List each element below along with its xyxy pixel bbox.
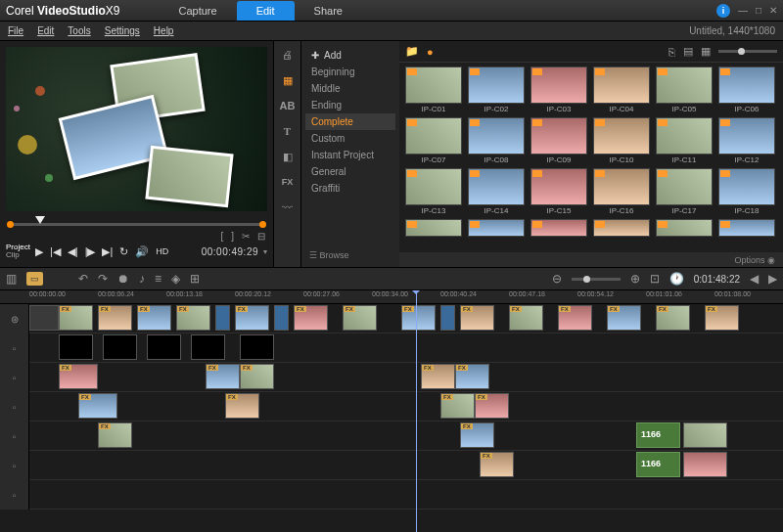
track-head-video[interactable]: ⊛ [0, 304, 29, 333]
menu-help[interactable]: Help [154, 25, 174, 36]
library-thumb[interactable]: IP-C05 [656, 66, 713, 113]
next-frame-button[interactable]: ▶| [100, 244, 115, 259]
library-thumb[interactable]: IP-C15 [530, 168, 587, 215]
timeline-clip[interactable]: FX [206, 364, 240, 389]
timeline-clip[interactable]: FX [78, 393, 117, 419]
menu-tools[interactable]: Tools [68, 25, 90, 36]
timeline-clip[interactable]: FX [294, 305, 328, 331]
timeline-clip[interactable] [29, 305, 59, 331]
library-thumb[interactable]: IP-C09 [530, 117, 587, 164]
forward-button[interactable]: |▶ [83, 244, 98, 259]
overlay-track-2[interactable]: FXFXFXFXFX [29, 363, 783, 392]
timeline-clip[interactable]: FX [656, 305, 690, 331]
hd-button[interactable]: HD [154, 245, 170, 257]
preview-scrubber[interactable] [6, 217, 267, 231]
loop-button[interactable]: ↻ [117, 244, 130, 259]
library-thumb[interactable]: IP-C01 [405, 66, 462, 113]
timeline-clip[interactable]: FX [235, 305, 269, 331]
timeline-clip[interactable]: FX [240, 364, 274, 389]
cat-complete[interactable]: Complete [305, 113, 395, 130]
library-thumb[interactable] [405, 219, 462, 237]
rewind-button[interactable]: ◀| [66, 244, 80, 259]
timeline-clip[interactable]: FX [480, 452, 514, 477]
library-thumb[interactable]: IP-C10 [593, 117, 650, 164]
timeline-clip[interactable] [274, 305, 289, 331]
record-icon[interactable]: ⏺ [117, 272, 129, 286]
path-icon[interactable]: 〰 [279, 200, 297, 215]
track-head-overlay2[interactable]: ▫ [0, 363, 29, 392]
audio-mixer-icon[interactable]: ♪ [139, 272, 145, 286]
playhead[interactable] [416, 290, 417, 532]
cat-instant-project[interactable]: Instant Project [305, 147, 395, 163]
track-head-overlay3[interactable]: ▫ [0, 392, 29, 421]
timeline-clip[interactable]: FX [705, 305, 739, 331]
view-grid-icon[interactable]: ▦ [701, 45, 711, 58]
library-thumb[interactable]: IP-C11 [656, 117, 713, 164]
library-thumb[interactable]: IP-C16 [593, 168, 650, 215]
info-icon[interactable]: i [716, 4, 730, 18]
library-thumb[interactable] [468, 219, 525, 237]
timeline-clip[interactable] [683, 422, 727, 448]
library-thumb[interactable] [530, 219, 587, 237]
timeline-clip[interactable]: FX [440, 393, 475, 419]
timeline-view-icon[interactable]: ▭ [26, 272, 43, 286]
media-icon[interactable]: 🖨 [279, 47, 297, 63]
menu-edit[interactable]: Edit [37, 25, 54, 36]
filter-icon[interactable]: FX [279, 174, 297, 190]
cat-middle[interactable]: Middle [305, 80, 395, 97]
template-icon[interactable]: ▦ [279, 72, 297, 88]
cut-icon[interactable]: ✂ [242, 231, 250, 242]
timeline-clip[interactable] [103, 334, 137, 360]
video-track[interactable]: FXFXFXFXFXFXFXFXFXFXFXFXFXFX [29, 304, 783, 333]
timeline-clip[interactable] [240, 334, 274, 360]
zoom-slider[interactable] [572, 278, 621, 281]
fit-icon[interactable]: ⊡ [650, 272, 660, 286]
scroll-left-icon[interactable]: ◀ [750, 272, 759, 286]
timeline-clip[interactable]: FX [401, 305, 436, 331]
library-thumb[interactable] [593, 219, 650, 237]
transition-icon[interactable]: AB [279, 98, 297, 113]
timeline-clip[interactable]: FX [460, 422, 494, 448]
library-thumb[interactable]: IP-C18 [718, 168, 775, 215]
timeline-clip[interactable]: FX [98, 305, 132, 331]
timeline-clip[interactable]: FX [59, 305, 93, 331]
track-head-overlay5[interactable]: ▫ [0, 451, 29, 480]
timeline-ruler[interactable]: 00:00:00.0000:00:06.2400:00:13.1800:00:2… [0, 290, 783, 304]
timeline-clip[interactable]: FX [558, 305, 592, 331]
options-button[interactable]: Options [734, 255, 764, 265]
minimize-button[interactable]: — [738, 5, 748, 16]
preview-timecode[interactable]: 00:00:49:29 [202, 246, 258, 257]
mark-in-icon[interactable]: [ [220, 231, 223, 242]
view-list-icon[interactable]: ▤ [683, 45, 693, 58]
library-thumb[interactable]: IP-C13 [405, 168, 462, 215]
favorite-icon[interactable]: ● [427, 46, 434, 58]
tab-edit[interactable]: Edit [237, 1, 295, 21]
timeline-clip[interactable] [440, 305, 455, 331]
timeline-clip[interactable]: FX [225, 393, 259, 419]
track-manager-icon[interactable]: ⊞ [190, 272, 200, 286]
tab-capture[interactable]: Capture [160, 1, 237, 21]
timeline-clip[interactable]: 1166 [636, 452, 680, 477]
tab-share[interactable]: Share [295, 1, 362, 21]
play-button[interactable]: ▶ [33, 244, 45, 259]
overlay-track-4[interactable]: FXFX1166 [29, 421, 783, 451]
sort-icon[interactable]: ⎘ [668, 46, 675, 58]
timeline-clip[interactable] [215, 305, 230, 331]
cat-general[interactable]: General [305, 163, 395, 180]
zoom-in-icon[interactable]: ⊕ [630, 272, 640, 286]
timeline-clip[interactable]: FX [421, 364, 455, 389]
library-thumb[interactable]: IP-C14 [468, 168, 525, 215]
track-head-overlay4[interactable]: ▫ [0, 421, 29, 451]
graphic-icon[interactable]: ◧ [279, 149, 297, 164]
timeline-clip[interactable]: FX [98, 422, 132, 448]
storyboard-view-icon[interactable]: ▥ [6, 272, 17, 286]
track-head-overlay1[interactable]: ▫ [0, 333, 29, 363]
timeline-clip[interactable] [59, 334, 93, 360]
cat-ending[interactable]: Ending [305, 97, 395, 113]
library-thumb[interactable]: IP-C02 [468, 66, 525, 113]
undo-button[interactable]: ↶ [78, 272, 88, 286]
menu-settings[interactable]: Settings [105, 25, 140, 36]
overlay-track-6[interactable] [29, 480, 783, 510]
mark-out-icon[interactable]: ] [231, 231, 234, 242]
preview-screen[interactable] [6, 47, 267, 211]
